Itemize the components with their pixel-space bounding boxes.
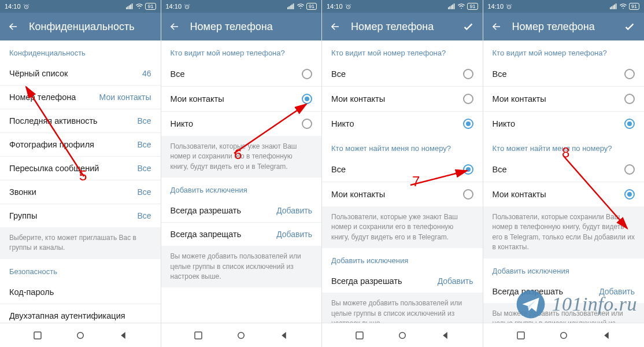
row-label: Двухэтапная аутентификация	[9, 311, 125, 320]
row-last-seen[interactable]: Последняя активность Все	[0, 109, 161, 133]
row-always-allow[interactable]: Всегда разрешать Добавить	[161, 199, 322, 223]
nav-back-icon[interactable]	[440, 330, 450, 341]
radio-find-contacts[interactable]: Мои контакты	[483, 182, 645, 206]
row-label: Номер телефона	[9, 93, 76, 102]
radio-everybody[interactable]: Все	[322, 62, 483, 87]
appbar-title: Номер телефона	[512, 21, 595, 33]
status-time: 14:10	[488, 3, 504, 10]
row-phone[interactable]: Номер телефона Мои контакты	[0, 86, 161, 109]
navbar	[483, 323, 645, 347]
svg-rect-4	[131, 5, 132, 9]
radio-label: Мои контакты	[493, 190, 546, 199]
radio-label: Никто	[171, 119, 194, 128]
radio-contacts[interactable]: Мои контакты	[483, 87, 645, 112]
row-passcode[interactable]: Код-пароль	[0, 280, 161, 304]
nav-home-icon[interactable]	[236, 330, 246, 341]
wifi-icon	[457, 3, 465, 9]
svg-rect-28	[610, 8, 611, 9]
svg-rect-22	[453, 5, 454, 9]
section-who-sees: Кто видит мой номер телефона?	[161, 40, 322, 62]
nav-back-icon[interactable]	[601, 330, 612, 341]
exc-hint: Вы можете добавить пользователей или цел…	[322, 293, 483, 323]
row-never-allow[interactable]: Всегда запрещать Добавить	[161, 223, 322, 246]
row-action: Добавить	[276, 206, 312, 215]
back-icon[interactable]	[330, 21, 340, 32]
watermark: 101info.ru	[516, 289, 637, 319]
radio-find-everybody[interactable]: Все	[322, 157, 483, 182]
nav-home-icon[interactable]	[558, 330, 569, 341]
appbar-title: Номер телефона	[190, 21, 273, 33]
svg-point-35	[561, 332, 567, 338]
section-who-sees: Кто видит мой номер телефона?	[483, 40, 645, 62]
back-icon[interactable]	[169, 21, 180, 32]
nav-recents-icon[interactable]	[354, 330, 365, 341]
svg-rect-23	[454, 3, 455, 9]
back-icon[interactable]	[8, 21, 18, 32]
radio-nobody[interactable]: Никто	[161, 112, 322, 136]
radio-icon	[463, 69, 473, 79]
svg-rect-21	[451, 5, 452, 9]
section-who-sees: Кто видит мой номер телефона?	[322, 40, 483, 62]
radio-icon	[624, 69, 635, 79]
svg-point-33	[623, 8, 624, 9]
navbar	[0, 323, 161, 347]
row-photo[interactable]: Фотография профиля Все	[0, 133, 161, 157]
radio-find-everybody[interactable]: Все	[483, 157, 645, 182]
telegram-logo-icon	[516, 289, 546, 319]
back-icon[interactable]	[491, 21, 502, 32]
radio-find-contacts[interactable]: Мои контакты	[322, 182, 483, 206]
row-always-allow[interactable]: Всегда разрешать Добавить	[322, 270, 483, 293]
radio-everybody[interactable]: Все	[161, 62, 322, 87]
row-action: Добавить	[438, 276, 473, 286]
signal-icon	[126, 3, 134, 9]
radio-contacts[interactable]: Мои контакты	[161, 87, 322, 112]
statusbar: 14:10 91	[322, 0, 483, 13]
nav-home-icon[interactable]	[75, 330, 86, 341]
nav-back-icon[interactable]	[279, 330, 289, 341]
svg-point-24	[461, 8, 462, 9]
svg-rect-12	[290, 5, 291, 9]
row-groups[interactable]: Группы Все	[0, 204, 161, 227]
radio-label: Все	[493, 165, 507, 174]
radio-icon	[463, 164, 473, 175]
radio-everybody[interactable]: Все	[483, 62, 645, 87]
nav-recents-icon[interactable]	[516, 330, 526, 341]
svg-rect-5	[132, 3, 133, 9]
radio-nobody[interactable]: Никто	[322, 112, 483, 136]
svg-rect-13	[291, 5, 293, 9]
battery-icon: 91	[306, 3, 317, 10]
radio-nobody[interactable]: Никто	[483, 112, 645, 136]
row-value: Все	[137, 164, 151, 173]
check-icon[interactable]	[623, 20, 636, 33]
check-icon[interactable]	[462, 20, 475, 33]
appbar: Конфиденциальность	[0, 13, 161, 40]
row-label: Код-пароль	[9, 287, 54, 297]
section-who-finds: Кто может найти меня по номеру?	[483, 136, 645, 157]
alarm-icon	[506, 3, 512, 10]
radio-label: Мои контакты	[493, 94, 546, 104]
navbar	[322, 323, 483, 347]
row-blacklist[interactable]: Чёрный список 46	[0, 62, 161, 86]
nav-back-icon[interactable]	[118, 330, 128, 341]
row-value: Мои контакты	[99, 93, 151, 102]
nav-home-icon[interactable]	[397, 330, 408, 341]
nav-recents-icon[interactable]	[32, 330, 43, 341]
find-hint: Пользователи, которые уже знают Ваш номе…	[322, 206, 483, 248]
row-value: Все	[137, 211, 151, 220]
row-2fa[interactable]: Двухэтапная аутентификация	[0, 304, 161, 323]
battery-icon: 91	[629, 3, 639, 10]
row-calls[interactable]: Звонки Все	[0, 180, 161, 204]
svg-rect-3	[129, 5, 130, 9]
nav-recents-icon[interactable]	[193, 330, 203, 341]
statusbar: 14:10 91	[0, 0, 161, 13]
signal-icon	[287, 3, 295, 9]
signal-icon	[610, 3, 617, 9]
section-who-finds: Кто может найти меня по номеру?	[322, 136, 483, 157]
statusbar: 14:10 91	[483, 0, 645, 13]
row-forward[interactable]: Пересылка сообщений Все	[0, 157, 161, 180]
radio-label: Все	[493, 69, 507, 79]
radio-icon	[302, 119, 312, 129]
radio-contacts[interactable]: Мои контакты	[322, 87, 483, 112]
row-label: Всегда разрешать	[331, 276, 402, 286]
svg-rect-25	[356, 332, 363, 339]
